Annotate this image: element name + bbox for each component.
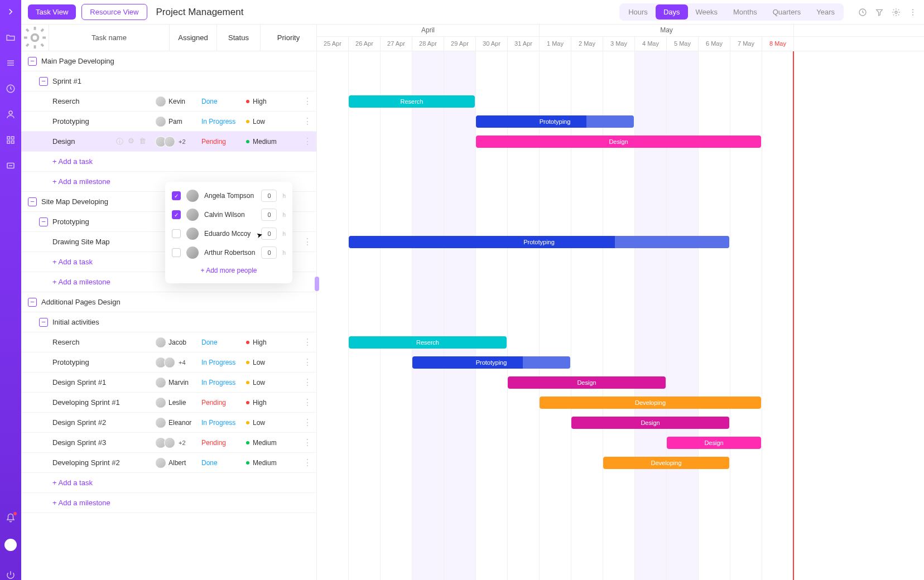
status-cell[interactable]: In Progress [199, 359, 243, 366]
row-menu-icon[interactable]: ⋮ [299, 136, 316, 147]
row-task[interactable]: Design Sprint #3+2PendingMedium⋮ [21, 433, 316, 453]
row-menu-icon[interactable]: ⋮ [299, 116, 316, 127]
row-task[interactable]: Developing Sprint #2AlbertDoneMedium⋮ [21, 453, 316, 473]
priority-cell[interactable]: Low [243, 118, 299, 125]
row-menu-icon[interactable]: ⋮ [299, 236, 316, 247]
zoom-hours[interactable]: Hours [620, 4, 656, 20]
row-menu-icon[interactable]: ⋮ [299, 417, 316, 428]
hours-input[interactable] [261, 190, 277, 202]
folder-icon[interactable] [6, 32, 16, 42]
gantt-bar[interactable]: Design [476, 136, 761, 148]
task-view-button[interactable]: Task View [28, 4, 76, 20]
row-sub[interactable]: −Sprint #1 [21, 71, 316, 91]
row-task[interactable]: Design Sprint #2EleanorIn ProgressLow⋮ [21, 413, 316, 433]
assigned-cell[interactable]: +2 [152, 136, 199, 147]
add-more-people[interactable]: + Add more people [165, 262, 292, 279]
bell-icon[interactable] [6, 513, 16, 523]
row-task[interactable]: Designⓘ⚙🗑+2PendingMedium⋮ [21, 132, 316, 152]
priority-cell[interactable]: Medium [243, 439, 299, 447]
checkbox[interactable] [172, 248, 181, 257]
zoom-days[interactable]: Days [656, 4, 688, 20]
checkbox[interactable]: ✓ [172, 191, 181, 200]
info-icon[interactable]: ⓘ [116, 137, 123, 147]
gantt-bar[interactable]: Design [508, 376, 666, 389]
assigned-cell[interactable]: +2 [152, 437, 199, 448]
hours-input[interactable] [261, 246, 277, 259]
chevron-right-icon[interactable] [6, 7, 16, 17]
row-group[interactable]: −Additional Pages Design [21, 292, 316, 312]
filter-icon[interactable] [875, 8, 884, 17]
hours-input[interactable] [261, 209, 277, 221]
status-cell[interactable]: Pending [199, 399, 243, 407]
gantt-bar[interactable]: Developing [540, 397, 761, 409]
row-task[interactable]: ReserchKevinDoneHigh⋮ [21, 91, 316, 112]
zoom-months[interactable]: Months [725, 4, 765, 20]
row-menu-icon[interactable]: ⋮ [299, 437, 316, 448]
status-cell[interactable]: In Progress [199, 118, 243, 125]
column-header-status[interactable]: Status [217, 25, 261, 51]
column-settings-icon[interactable] [21, 25, 49, 51]
status-cell[interactable]: In Progress [199, 379, 243, 386]
row-menu-icon[interactable]: ⋮ [299, 357, 316, 368]
row-menu-icon[interactable]: ⋮ [299, 457, 316, 468]
panel-resize-handle[interactable] [315, 277, 319, 291]
clock-icon[interactable] [6, 84, 16, 94]
power-icon[interactable] [6, 570, 16, 580]
assigned-cell[interactable]: Leslie [152, 397, 199, 408]
zoom-weeks[interactable]: Weeks [688, 4, 726, 20]
zoom-quarters[interactable]: Quarters [765, 4, 809, 20]
assignee-option[interactable]: Eduardo Mccoyh [165, 224, 292, 243]
gear-icon[interactable]: ⚙ [128, 137, 134, 147]
assigned-cell[interactable]: Marvin [152, 377, 199, 388]
user-icon[interactable] [6, 109, 16, 119]
row-menu-icon[interactable]: ⋮ [299, 377, 316, 388]
row-add[interactable]: + Add a milestone [21, 493, 316, 513]
card-icon[interactable] [6, 161, 16, 171]
priority-cell[interactable]: Low [243, 359, 299, 366]
status-cell[interactable]: Done [199, 339, 243, 346]
row-group[interactable]: −Main Page Developing [21, 51, 316, 71]
collapse-icon[interactable]: − [39, 318, 48, 327]
assigned-cell[interactable]: Albert [152, 457, 199, 468]
list-icon[interactable] [6, 58, 16, 68]
priority-cell[interactable]: High [243, 339, 299, 346]
gantt-bar[interactable]: Design [571, 417, 729, 429]
gantt-bar[interactable]: Prototyping [349, 236, 729, 248]
column-header-priority[interactable]: Priority [261, 25, 316, 51]
row-menu-icon[interactable]: ⋮ [299, 337, 316, 347]
resource-view-button[interactable]: Resource View [81, 4, 147, 20]
grid-icon[interactable] [6, 135, 16, 145]
gantt-bar[interactable]: Developing [603, 457, 729, 469]
row-task[interactable]: ReserchJacobDoneHigh⋮ [21, 332, 316, 352]
priority-cell[interactable]: High [243, 399, 299, 407]
assigned-cell[interactable]: +4 [152, 357, 199, 368]
assigned-cell[interactable]: Kevin [152, 96, 199, 107]
gantt-bar[interactable]: Prototyping [476, 115, 634, 128]
row-menu-icon[interactable]: ⋮ [299, 397, 316, 408]
more-vertical-icon[interactable] [908, 8, 917, 17]
row-sub[interactable]: −Initial activities [21, 312, 316, 332]
gear-icon[interactable] [892, 8, 901, 17]
collapse-icon[interactable]: − [28, 57, 37, 66]
row-task[interactable]: Prototyping+4In ProgressLow⋮ [21, 352, 316, 373]
status-cell[interactable]: In Progress [199, 419, 243, 427]
priority-cell[interactable]: Medium [243, 459, 299, 467]
trash-icon[interactable]: 🗑 [139, 137, 146, 147]
row-add[interactable]: + Add a task [21, 473, 316, 493]
status-cell[interactable]: Done [199, 459, 243, 467]
history-icon[interactable] [858, 8, 867, 17]
assignee-option[interactable]: ✓Angela Tompsonh [165, 186, 292, 205]
row-task[interactable]: Developing Sprint #1LesliePendingHigh⋮ [21, 393, 316, 413]
row-menu-icon[interactable]: ⋮ [299, 96, 316, 107]
gantt-bar[interactable]: Prototyping [412, 356, 570, 369]
priority-cell[interactable]: Low [243, 379, 299, 386]
collapse-icon[interactable]: − [28, 197, 37, 206]
gantt-bar[interactable]: Design [667, 437, 761, 449]
checkbox[interactable] [172, 229, 181, 238]
priority-cell[interactable]: High [243, 98, 299, 105]
checkbox[interactable]: ✓ [172, 210, 181, 219]
status-cell[interactable]: Pending [199, 439, 243, 447]
row-add[interactable]: + Add a task [21, 152, 316, 172]
row-task[interactable]: PrototypingPamIn ProgressLow⋮ [21, 112, 316, 132]
column-header-task[interactable]: Task name [49, 25, 170, 51]
